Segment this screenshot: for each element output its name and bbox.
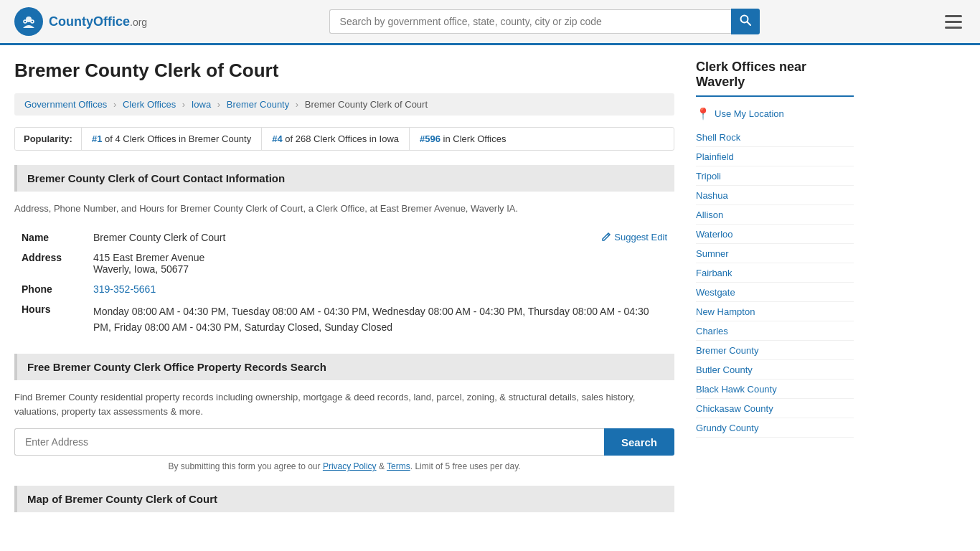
page-container: Bremer County Clerk of Court Government …	[0, 45, 980, 537]
contact-table: Name Bremer County Clerk of Court Sugges…	[14, 227, 674, 340]
sidebar-link-item: Nashua	[696, 186, 854, 205]
sidebar-link-item: New Hampton	[696, 302, 854, 321]
sidebar-link-item: Tripoli	[696, 166, 854, 186]
sidebar-link[interactable]: Bremer County	[696, 345, 758, 356]
popularity-item-national: #596 in Clerk Offices	[410, 128, 516, 150]
breadcrumb-clerk-offices[interactable]: Clerk Offices	[123, 99, 176, 110]
sidebar-link[interactable]: Westgate	[696, 287, 735, 298]
table-row: Address 415 East Bremer Avenue Waverly, …	[14, 248, 674, 279]
form-disclaimer: By submitting this form you agree to our…	[14, 461, 674, 471]
breadcrumb-government-offices[interactable]: Government Offices	[24, 99, 107, 110]
name-value: Bremer County Clerk of Court Suggest Edi…	[86, 227, 674, 248]
popularity-item-county: #1 of 4 Clerk Offices in Bremer County	[82, 128, 262, 150]
map-section: Map of Bremer County Clerk of Court	[14, 486, 674, 512]
sidebar-link[interactable]: Shell Rock	[696, 132, 740, 143]
sidebar-link[interactable]: Allison	[696, 209, 723, 220]
breadcrumb-sep: ›	[182, 99, 185, 110]
sidebar-title: Clerk Offices near Waverly	[696, 60, 854, 97]
sidebar-link-item: Westgate	[696, 283, 854, 302]
contact-description: Address, Phone Number, and Hours for Bre…	[14, 202, 674, 216]
sidebar-link-item: Allison	[696, 205, 854, 225]
table-row: Phone 319-352-5661	[14, 279, 674, 299]
address-label: Address	[14, 248, 86, 279]
address-value: 415 East Bremer Avenue Waverly, Iowa, 50…	[86, 248, 674, 279]
main-content: Bremer County Clerk of Court Government …	[14, 60, 674, 522]
sidebar-link[interactable]: Sumner	[696, 248, 729, 259]
use-my-location-link[interactable]: 📍 Use My Location	[696, 107, 854, 121]
sidebar-link-item: Black Hawk County	[696, 380, 854, 399]
sidebar: Clerk Offices near Waverly 📍 Use My Loca…	[696, 60, 854, 522]
sidebar-link[interactable]: Butler County	[696, 364, 753, 375]
hamburger-line	[945, 27, 962, 29]
sidebar-link[interactable]: Chickasaw County	[696, 403, 773, 414]
property-section-header: Free Bremer County Clerk Office Property…	[14, 354, 674, 380]
edit-icon	[601, 232, 611, 242]
sidebar-link-item: Fairbank	[696, 263, 854, 283]
terms-link[interactable]: Terms	[387, 461, 410, 471]
popularity-bar: Popularity: #1 of 4 Clerk Offices in Bre…	[14, 127, 674, 151]
sidebar-link[interactable]: Plainfield	[696, 151, 734, 162]
property-search-button[interactable]: Search	[604, 428, 674, 456]
sidebar-link-item: Waterloo	[696, 225, 854, 244]
sidebar-link-item: Sumner	[696, 244, 854, 263]
sidebar-link[interactable]: Fairbank	[696, 268, 732, 278]
sidebar-link[interactable]: Black Hawk County	[696, 384, 777, 395]
suggest-edit-link[interactable]: Suggest Edit	[601, 232, 667, 242]
page-title: Bremer County Clerk of Court	[14, 60, 674, 82]
phone-link[interactable]: 319-352-5661	[93, 283, 156, 295]
table-row: Name Bremer County Clerk of Court Sugges…	[14, 227, 674, 248]
hamburger-line	[945, 21, 962, 23]
sidebar-link[interactable]: Grundy County	[696, 423, 758, 433]
site-header: CountyOffice.org	[0, 0, 980, 45]
property-section: Free Bremer County Clerk Office Property…	[14, 354, 674, 471]
map-section-header: Map of Bremer County Clerk of Court	[14, 486, 674, 512]
sidebar-link[interactable]: Charles	[696, 326, 728, 336]
site-logo-text: CountyOffice.org	[49, 14, 147, 29]
breadcrumb-bremer-county[interactable]: Bremer County	[227, 99, 289, 110]
breadcrumb-sep: ›	[217, 99, 220, 110]
contact-section-header: Bremer County Clerk of Court Contact Inf…	[14, 165, 674, 192]
breadcrumb: Government Offices › Clerk Offices › Iow…	[14, 93, 674, 116]
location-pin-icon: 📍	[696, 107, 710, 121]
popularity-item-state: #4 of 268 Clerk Offices in Iowa	[262, 128, 410, 150]
phone-value: 319-352-5661	[86, 279, 674, 299]
site-logo-icon	[14, 7, 43, 36]
breadcrumb-iowa[interactable]: Iowa	[192, 99, 211, 110]
sidebar-link[interactable]: Waterloo	[696, 229, 733, 240]
address-search-row: Search	[14, 428, 674, 456]
sidebar-links-list: Shell RockPlainfieldTripoliNashuaAllison…	[696, 128, 854, 438]
hamburger-line	[945, 15, 962, 17]
sidebar-link[interactable]: New Hampton	[696, 306, 755, 317]
contact-section: Bremer County Clerk of Court Contact Inf…	[14, 165, 674, 339]
svg-line-5	[747, 22, 750, 26]
property-description: Find Bremer County residential property …	[14, 390, 674, 418]
name-label: Name	[14, 227, 86, 248]
table-row: Hours Monday 08:00 AM - 04:30 PM, Tuesda…	[14, 299, 674, 340]
header-search-button[interactable]	[731, 9, 760, 34]
breadcrumb-sep: ›	[113, 99, 116, 110]
sidebar-link-item: Shell Rock	[696, 128, 854, 147]
sidebar-link-item: Charles	[696, 321, 854, 341]
hours-value: Monday 08:00 AM - 04:30 PM, Tuesday 08:0…	[86, 299, 674, 340]
sidebar-link-item: Grundy County	[696, 418, 854, 438]
hamburger-menu-button[interactable]	[941, 11, 966, 32]
breadcrumb-current: Bremer County Clerk of Court	[305, 99, 428, 110]
popularity-label: Popularity:	[15, 128, 82, 150]
breadcrumb-sep: ›	[296, 99, 298, 110]
sidebar-link-item: Plainfield	[696, 147, 854, 166]
sidebar-link-item: Bremer County	[696, 341, 854, 360]
logo-area: CountyOffice.org	[14, 7, 147, 36]
hours-label: Hours	[14, 299, 86, 340]
header-search-input[interactable]	[329, 9, 731, 34]
search-icon	[740, 14, 751, 26]
svg-line-6	[608, 235, 609, 236]
address-input[interactable]	[14, 428, 604, 456]
sidebar-link-item: Butler County	[696, 360, 854, 380]
phone-label: Phone	[14, 279, 86, 299]
header-search-area	[329, 9, 760, 34]
sidebar-link-item: Chickasaw County	[696, 399, 854, 418]
sidebar-link[interactable]: Nashua	[696, 190, 728, 201]
sidebar-link[interactable]: Tripoli	[696, 171, 721, 182]
privacy-policy-link[interactable]: Privacy Policy	[323, 461, 377, 471]
